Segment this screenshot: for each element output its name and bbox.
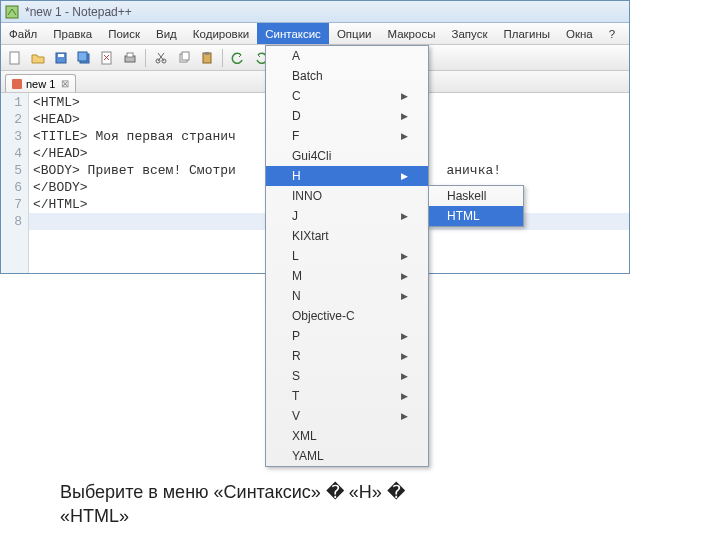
svg-rect-1 <box>10 52 19 64</box>
syntax-item-yaml[interactable]: YAML <box>266 446 428 466</box>
syntax-item-h[interactable]: H▶ <box>266 166 428 186</box>
syntax-sub-haskell[interactable]: Haskell <box>429 186 523 206</box>
close-file-icon[interactable] <box>97 48 117 68</box>
svg-rect-14 <box>182 52 189 60</box>
menu-запуск[interactable]: Запуск <box>443 23 495 44</box>
syntax-item-n[interactable]: N▶ <box>266 286 428 306</box>
tab-label: new 1 <box>26 78 55 90</box>
syntax-item-t[interactable]: T▶ <box>266 386 428 406</box>
svg-rect-10 <box>127 53 133 57</box>
syntax-item-s[interactable]: S▶ <box>266 366 428 386</box>
instruction-caption: Выберите в меню «Синтаксис» � «H» � «HTM… <box>60 480 670 529</box>
titlebar: *new 1 - Notepad++ <box>1 1 629 23</box>
syntax-sub-html[interactable]: HTML <box>429 206 523 226</box>
menu-вид[interactable]: Вид <box>148 23 185 44</box>
caption-line2: «HTML» <box>60 506 129 526</box>
svg-rect-16 <box>205 52 209 55</box>
tab-close-icon[interactable]: ⊠ <box>61 78 69 89</box>
unsaved-indicator-icon <box>12 79 22 89</box>
toolbar-sep <box>222 49 223 67</box>
syntax-item-inno[interactable]: INNO <box>266 186 428 206</box>
menu-правка[interactable]: Правка <box>45 23 100 44</box>
print-icon[interactable] <box>120 48 140 68</box>
syntax-item-a[interactable]: A <box>266 46 428 66</box>
menu-кодировки[interactable]: Кодировки <box>185 23 257 44</box>
syntax-item-v[interactable]: V▶ <box>266 406 428 426</box>
app-icon <box>5 5 19 19</box>
syntax-item-f[interactable]: F▶ <box>266 126 428 146</box>
syntax-menu: ABatchC▶D▶F▶Gui4CliH▶INNOJ▶KIXtartL▶M▶N▶… <box>265 45 429 467</box>
menu-плагины[interactable]: Плагины <box>495 23 558 44</box>
cut-icon[interactable] <box>151 48 171 68</box>
menu-поиск[interactable]: Поиск <box>100 23 148 44</box>
syntax-item-l[interactable]: L▶ <box>266 246 428 266</box>
syntax-item-d[interactable]: D▶ <box>266 106 428 126</box>
caption-line1: Выберите в меню «Синтаксис» � «H» � <box>60 482 405 502</box>
syntax-item-p[interactable]: P▶ <box>266 326 428 346</box>
svg-rect-3 <box>58 54 64 57</box>
new-file-icon[interactable] <box>5 48 25 68</box>
syntax-item-r[interactable]: R▶ <box>266 346 428 366</box>
menu-окна[interactable]: Окна <box>558 23 601 44</box>
menu-файл[interactable]: Файл <box>1 23 45 44</box>
copy-icon[interactable] <box>174 48 194 68</box>
svg-rect-0 <box>6 6 18 18</box>
svg-rect-5 <box>78 52 87 61</box>
syntax-item-objective-c[interactable]: Objective-C <box>266 306 428 326</box>
menu-?[interactable]: ? <box>601 23 623 44</box>
syntax-item-xml[interactable]: XML <box>266 426 428 446</box>
toolbar-sep <box>145 49 146 67</box>
open-file-icon[interactable] <box>28 48 48 68</box>
syntax-item-gui4cli[interactable]: Gui4Cli <box>266 146 428 166</box>
paste-icon[interactable] <box>197 48 217 68</box>
syntax-item-j[interactable]: J▶ <box>266 206 428 226</box>
menu-синтаксис[interactable]: Синтаксис <box>257 23 329 44</box>
app-window: *new 1 - Notepad++ ФайлПравкаПоискВидКод… <box>0 0 630 274</box>
svg-rect-17 <box>12 79 22 89</box>
menu-опции[interactable]: Опции <box>329 23 380 44</box>
menu-макросы[interactable]: Макросы <box>379 23 443 44</box>
save-all-icon[interactable] <box>74 48 94 68</box>
undo-icon[interactable] <box>228 48 248 68</box>
syntax-item-batch[interactable]: Batch <box>266 66 428 86</box>
syntax-item-m[interactable]: M▶ <box>266 266 428 286</box>
syntax-item-kixtart[interactable]: KIXtart <box>266 226 428 246</box>
line-gutter: 12345678 <box>1 93 29 273</box>
file-tab[interactable]: new 1 ⊠ <box>5 74 76 92</box>
window-title: *new 1 - Notepad++ <box>25 5 132 19</box>
syntax-submenu-h: HaskellHTML <box>428 185 524 227</box>
syntax-item-c[interactable]: C▶ <box>266 86 428 106</box>
save-icon[interactable] <box>51 48 71 68</box>
menubar: ФайлПравкаПоискВидКодировкиСинтаксисОпци… <box>1 23 629 45</box>
